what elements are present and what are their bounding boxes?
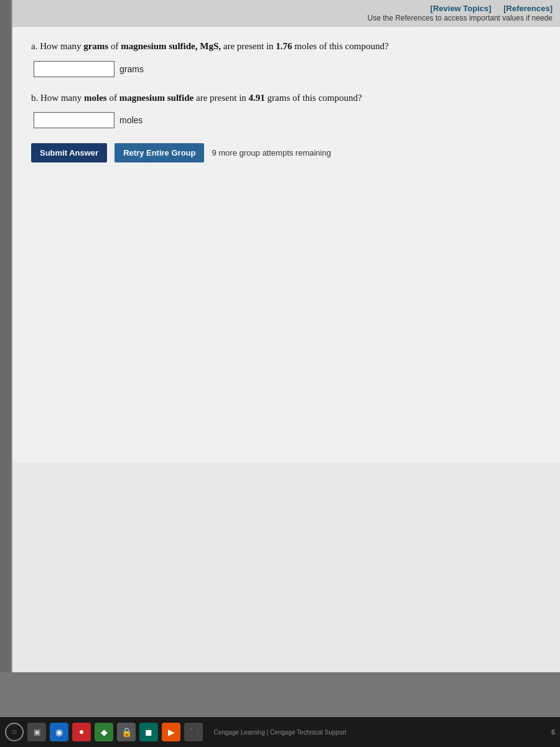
taskbar: ○ ▣ ◉ ● ◆ 🔒 ◼ ▶ ⬛ Cengage Learning | Cen… (0, 717, 560, 747)
main-window: [Review Topics] [References] Use the Ref… (11, 0, 560, 672)
left-sidebar-strip (0, 0, 11, 672)
taskbar-launcher-icon[interactable]: ○ (5, 723, 24, 741)
question-b-text: b. How many moles of magnesium sulfide a… (31, 91, 541, 105)
retry-entire-group-button[interactable]: Retry Entire Group (114, 143, 204, 162)
top-bar: [Review Topics] [References] Use the Ref… (12, 0, 560, 27)
taskbar-orange-icon[interactable]: ▶ (162, 723, 180, 741)
review-topics-link[interactable]: [Review Topics] (431, 4, 492, 13)
taskbar-square-icon[interactable]: ▣ (27, 723, 46, 741)
taskbar-center-text: Cengage Learning | Cengage Technical Sup… (213, 729, 346, 736)
grams-input[interactable] (34, 61, 114, 77)
taskbar-red-icon[interactable]: ● (72, 723, 91, 741)
question-a-answer-row: grams (34, 61, 541, 77)
moles-input[interactable] (34, 112, 114, 128)
taskbar-teal-icon[interactable]: ◼ (139, 723, 158, 741)
moles-unit-label: moles (119, 115, 142, 125)
grams-unit-label: grams (119, 64, 144, 74)
question-b: b. How many moles of magnesium sulfide a… (31, 91, 541, 129)
buttons-row: Submit Answer Retry Entire Group 9 more … (31, 143, 541, 162)
submit-answer-button[interactable]: Submit Answer (31, 143, 107, 162)
taskbar-small-icon[interactable]: ⬛ (184, 723, 203, 741)
taskbar-green-icon[interactable]: ◆ (95, 723, 113, 741)
question-a: a. How many grams of magnesium sulfide, … (31, 39, 541, 77)
taskbar-lock-icon[interactable]: 🔒 (117, 723, 136, 741)
references-instruction: Use the References to access important v… (368, 14, 553, 22)
references-link[interactable]: [References] (503, 4, 553, 13)
content-area: a. How many grams of magnesium sulfide, … (12, 27, 560, 463)
taskbar-time: 6 (551, 728, 555, 736)
question-b-answer-row: moles (34, 112, 541, 128)
question-a-text: a. How many grams of magnesium sulfide, … (31, 39, 541, 54)
attempts-remaining-text: 9 more group attempts remaining (212, 148, 330, 157)
taskbar-blue-icon[interactable]: ◉ (50, 723, 68, 741)
gray-band (0, 672, 560, 717)
